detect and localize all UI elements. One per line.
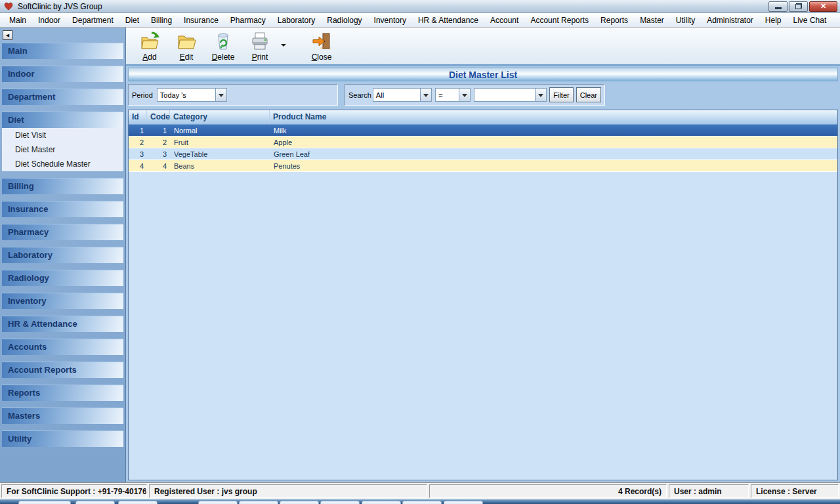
sidebar-item-masters[interactable]: Masters bbox=[2, 408, 123, 424]
sidebar-item-utility[interactable]: Utility bbox=[2, 430, 123, 447]
close-window-button[interactable]: ✕ bbox=[809, 1, 837, 12]
edit-button[interactable]: Edit bbox=[168, 30, 205, 62]
taskbar-button[interactable] bbox=[444, 501, 483, 504]
sidebar-item-pharmacy[interactable]: Pharmacy bbox=[2, 224, 123, 240]
menu-item-reports[interactable]: Reports bbox=[595, 14, 634, 27]
menu-item-department[interactable]: Department bbox=[66, 14, 119, 27]
menu-item-radiology[interactable]: Radiology bbox=[321, 14, 368, 27]
table-row[interactable]: 3 3 VegeTable Green Leaf bbox=[129, 148, 837, 160]
menu-item-account[interactable]: Account bbox=[484, 14, 524, 27]
sidebar-item-radiology[interactable]: Radiology bbox=[2, 270, 123, 286]
cell-id: 2 bbox=[129, 138, 147, 146]
sidebar-item-hr-attendance[interactable]: HR & Attendance bbox=[2, 316, 123, 332]
period-filter-panel: Period Today 's bbox=[128, 84, 338, 106]
sidebar-item-accounts[interactable]: Accounts bbox=[2, 339, 123, 355]
sidebar-subitem-diet-schedule-master[interactable]: Diet Schedule Master bbox=[2, 157, 123, 171]
sidebar-item-billing[interactable]: Billing bbox=[2, 178, 123, 194]
menu-item-administrator[interactable]: Administrator bbox=[701, 14, 759, 27]
page-title: Diet Master List bbox=[128, 68, 838, 81]
table-row[interactable]: 2 2 Fruit Apple bbox=[129, 136, 837, 148]
table-row[interactable]: 4 4 Beans Penutes bbox=[129, 160, 837, 172]
column-header-code[interactable]: Code bbox=[147, 110, 170, 124]
menu-item-utility[interactable]: Utility bbox=[670, 14, 701, 27]
print-button[interactable]: Print bbox=[242, 30, 278, 62]
period-select[interactable]: Today 's bbox=[157, 88, 227, 102]
toolbar: Add Edit bbox=[126, 28, 840, 66]
chevron-down-icon[interactable] bbox=[420, 89, 431, 101]
column-header-product-name[interactable]: Product Name bbox=[270, 110, 837, 124]
sidebar-item-laboratory[interactable]: Laboratory bbox=[2, 247, 123, 263]
recycle-bin-icon bbox=[213, 30, 234, 52]
sidebar-subitem-diet-visit[interactable]: Diet Visit bbox=[2, 128, 123, 142]
menu-item-master[interactable]: Master bbox=[634, 14, 670, 27]
menu-item-pharmacy[interactable]: Pharmacy bbox=[224, 14, 272, 27]
edit-button-label: Edit bbox=[180, 52, 194, 62]
chevron-left-icon: ◀ bbox=[6, 33, 9, 38]
menu-item-account-reports[interactable]: Account Reports bbox=[524, 14, 595, 27]
sidebar-item-department[interactable]: Department bbox=[2, 89, 123, 105]
content-area: Diet Master List Period Today 's Search … bbox=[126, 66, 840, 482]
menu-item-inventory[interactable]: Inventory bbox=[368, 14, 412, 27]
search-filter-panel: Search All = Filter bbox=[345, 84, 605, 106]
folder-add-icon bbox=[139, 30, 160, 52]
taskbar-button[interactable] bbox=[198, 501, 238, 504]
add-button[interactable]: Add bbox=[131, 30, 168, 62]
taskbar-button[interactable] bbox=[320, 501, 360, 504]
cell-product-name: Green Leaf bbox=[270, 150, 837, 158]
taskbar-button[interactable] bbox=[280, 501, 319, 504]
menu-item-main[interactable]: Main bbox=[3, 14, 32, 27]
sidebar-item-insurance[interactable]: Insurance bbox=[2, 201, 123, 217]
filter-button[interactable]: Filter bbox=[549, 87, 573, 102]
menu-item-laboratory[interactable]: Laboratory bbox=[272, 14, 321, 27]
column-header-category[interactable]: Category bbox=[170, 110, 270, 124]
delete-button[interactable]: Delete bbox=[205, 30, 242, 62]
search-field-value: All bbox=[373, 91, 420, 99]
minimize-icon bbox=[775, 7, 782, 9]
cell-category: Beans bbox=[170, 162, 270, 170]
close-button[interactable]: Close bbox=[303, 30, 340, 62]
menu-item-hr-attendance[interactable]: HR & Attendance bbox=[412, 14, 484, 27]
menu-item-live-chat[interactable]: Live Chat bbox=[788, 14, 833, 27]
cell-code: 1 bbox=[147, 127, 170, 135]
chevron-down-icon[interactable] bbox=[215, 89, 226, 101]
search-operator-value: = bbox=[436, 91, 458, 99]
menu-item-insurance[interactable]: Insurance bbox=[178, 14, 224, 27]
status-bar: For SoftClinic Support : +91-79-40176666… bbox=[0, 482, 840, 499]
status-record-count: 4 Record(s) bbox=[429, 484, 667, 498]
print-dropdown-arrow[interactable] bbox=[278, 30, 289, 61]
clear-button[interactable]: Clear bbox=[576, 87, 601, 102]
status-registered-user: Registered User : jvs group bbox=[149, 484, 427, 498]
status-license: License : Server bbox=[751, 484, 839, 498]
sidebar-item-indoor[interactable]: Indoor bbox=[2, 66, 123, 82]
taskbar-button[interactable] bbox=[75, 501, 115, 504]
cell-category: VegeTable bbox=[170, 150, 270, 158]
taskbar-button[interactable] bbox=[18, 501, 71, 504]
table-row-selected[interactable]: 1 1 Normal Milk bbox=[129, 125, 837, 136]
sidebar-item-account-reports[interactable]: Account Reports bbox=[2, 362, 123, 378]
sidebar-subitem-diet-master[interactable]: Diet Master bbox=[2, 142, 123, 157]
menu-item-help[interactable]: Help bbox=[759, 14, 788, 27]
chevron-down-icon[interactable] bbox=[535, 89, 546, 101]
search-text-combo[interactable] bbox=[474, 88, 547, 102]
taskbar-button[interactable] bbox=[402, 501, 442, 504]
search-field-select[interactable]: All bbox=[373, 88, 432, 102]
menu-item-diet[interactable]: Diet bbox=[119, 14, 145, 27]
column-header-id[interactable]: Id bbox=[129, 110, 147, 124]
restore-icon bbox=[795, 3, 802, 9]
search-operator-select[interactable]: = bbox=[435, 88, 470, 102]
sidebar-collapse-button[interactable]: ◀ bbox=[3, 30, 12, 40]
sidebar-item-reports[interactable]: Reports bbox=[2, 385, 123, 401]
cell-code: 3 bbox=[147, 150, 170, 158]
sidebar-item-inventory[interactable]: Inventory bbox=[2, 293, 123, 309]
menu-bar: Main Indoor Department Diet Billing Insu… bbox=[0, 13, 840, 28]
sidebar-item-diet[interactable]: Diet bbox=[2, 112, 123, 128]
menu-item-indoor[interactable]: Indoor bbox=[32, 14, 66, 27]
minimize-button[interactable] bbox=[768, 1, 788, 12]
taskbar-button[interactable] bbox=[239, 501, 278, 504]
menu-item-billing[interactable]: Billing bbox=[145, 14, 178, 27]
sidebar-item-main[interactable]: Main bbox=[2, 43, 123, 59]
chevron-down-icon[interactable] bbox=[459, 89, 470, 101]
restore-button[interactable] bbox=[789, 1, 808, 12]
taskbar-button[interactable] bbox=[118, 501, 158, 504]
taskbar-button[interactable] bbox=[362, 501, 401, 504]
